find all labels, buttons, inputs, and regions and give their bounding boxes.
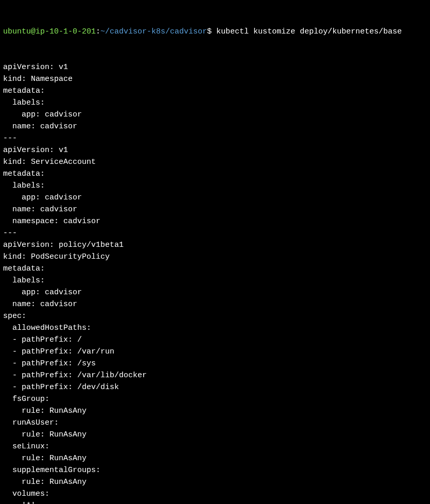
output-line: name: cadvisor: [3, 204, 427, 215]
output-line: namespace: cadvisor: [3, 215, 427, 227]
prompt-dollar: $: [207, 27, 216, 36]
output-line: allowedHostPaths:: [3, 322, 427, 334]
output-line: seLinux:: [3, 441, 427, 452]
output-line: - pathPrefix: /sys: [3, 358, 427, 369]
output-line: name: cadvisor: [3, 121, 427, 132]
output-line: app: cadvisor: [3, 192, 427, 204]
output-line: rule: RunAsAny: [3, 405, 427, 417]
output-line: metadata:: [3, 168, 427, 180]
output-line: - pathPrefix: /var/run: [3, 346, 427, 358]
command-input: kubectl kustomize deploy/kubernetes/base: [216, 27, 402, 36]
output-line: ---: [3, 132, 427, 144]
output-line: apiVersion: v1: [3, 144, 427, 156]
output-line: rule: RunAsAny: [3, 476, 427, 488]
output-line: apiVersion: policy/v1beta1: [3, 239, 427, 251]
output-line: name: cadvisor: [3, 298, 427, 310]
output-line: kind: ServiceAccount: [3, 156, 427, 168]
output-line: - pathPrefix: /: [3, 334, 427, 346]
output-line: labels:: [3, 97, 427, 109]
output-line: labels:: [3, 275, 427, 287]
output-line: apiVersion: v1: [3, 61, 427, 73]
terminal-output: apiVersion: v1kind: Namespacemetadata: l…: [3, 61, 427, 504]
prompt-colon: :: [96, 27, 100, 36]
prompt-line: ubuntu@ip-10-1-0-201:~/cadvisor-k8s/cadv…: [3, 26, 427, 38]
output-line: app: cadvisor: [3, 109, 427, 121]
output-line: fsGroup:: [3, 393, 427, 405]
output-line: metadata:: [3, 263, 427, 275]
output-line: supplementalGroups:: [3, 464, 427, 476]
output-line: spec:: [3, 310, 427, 322]
output-line: app: cadvisor: [3, 287, 427, 298]
current-path: ~/cadvisor-k8s/cadvisor: [100, 27, 207, 36]
output-line: rule: RunAsAny: [3, 429, 427, 441]
output-line: runAsUser:: [3, 417, 427, 429]
output-line: kind: Namespace: [3, 73, 427, 85]
output-line: ---: [3, 227, 427, 239]
output-line: rule: RunAsAny: [3, 452, 427, 464]
output-line: - '*': [3, 500, 427, 504]
terminal-window[interactable]: ubuntu@ip-10-1-0-201:~/cadvisor-k8s/cadv…: [3, 2, 427, 504]
output-line: - pathPrefix: /dev/disk: [3, 381, 427, 393]
output-line: volumes:: [3, 488, 427, 500]
output-line: metadata:: [3, 85, 427, 97]
output-line: kind: PodSecurityPolicy: [3, 251, 427, 263]
output-line: - pathPrefix: /var/lib/docker: [3, 369, 427, 381]
output-line: labels:: [3, 180, 427, 192]
user-host: ubuntu@ip-10-1-0-201: [3, 27, 96, 36]
